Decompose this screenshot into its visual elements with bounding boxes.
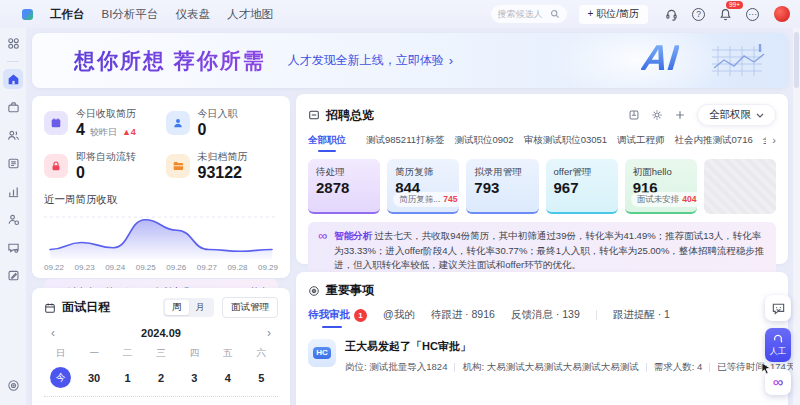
stage-hire-manage[interactable]: 拟录用管理 793: [466, 159, 538, 214]
promo-banner[interactable]: 想你所想 荐你所需 人才发现全新上线，立即体验 › AI: [32, 33, 788, 88]
trend-x-tick: 09.24: [105, 263, 125, 272]
calendar-day-headers: 日一二三四五六: [44, 347, 278, 360]
calendar-today-cell[interactable]: 今: [44, 367, 77, 388]
stat-resumes-today[interactable]: 今日收取简历 4 较昨日 ▲4: [44, 107, 166, 139]
interview-manage-button[interactable]: 面试管理: [222, 297, 278, 318]
sidebar-analytics-icon[interactable]: [3, 181, 23, 201]
banner-glow-decoration: [548, 33, 728, 88]
important-tabs: 待我审批 1 @我的 待跟进 · 8916 反馈消息 · 139 跟进提醒 · …: [308, 308, 776, 329]
stat-hired-today[interactable]: 今日入职 0: [166, 107, 279, 139]
tab-position-6[interactable]: 全部创建测试22: [763, 134, 767, 153]
feedback-chat-button[interactable]: [765, 295, 791, 321]
stat-value: 0: [198, 122, 207, 139]
service-headset-icon[interactable]: [664, 7, 679, 22]
stage-badge: 面试未安排404: [631, 192, 703, 207]
sidebar-resume-icon[interactable]: [3, 153, 23, 173]
trend-x-tick: 09.29: [258, 263, 278, 272]
tab-divider: [596, 310, 597, 320]
page-scrollbar[interactable]: [793, 28, 800, 405]
calendar-next-icon[interactable]: ›: [267, 326, 271, 340]
tab-feedback[interactable]: 反馈消息 · 139: [511, 308, 580, 329]
apps-grid-icon[interactable]: [3, 33, 23, 53]
important-title: 重要事项: [326, 282, 374, 299]
stat-unarchived[interactable]: 未归档简历 93122: [166, 150, 279, 182]
tab-my-approvals[interactable]: 待我审批 1: [308, 308, 367, 329]
stat-auto-transfer[interactable]: 即将自动流转 0: [44, 150, 166, 182]
sidebar-settings-target-icon[interactable]: [3, 375, 23, 395]
help-icon[interactable]: ?: [691, 7, 706, 22]
trend-x-tick: 09.25: [136, 263, 156, 272]
user-avatar[interactable]: [774, 6, 790, 22]
ai-assistant-button[interactable]: ∞: [765, 369, 791, 395]
banner-arrow-icon: ›: [449, 53, 453, 68]
permission-dropdown[interactable]: 全部权限: [697, 104, 776, 126]
calendar-date-cell[interactable]: 4: [211, 372, 244, 384]
calendar-date-cell[interactable]: 3: [178, 372, 211, 384]
topnav-talent-map[interactable]: 人才地图: [227, 7, 273, 22]
sidebar-message-icon[interactable]: [3, 237, 23, 257]
calendar-date-cell[interactable]: 30: [77, 372, 110, 384]
more-menu-icon[interactable]: ⋯: [745, 7, 760, 22]
tab-position-2[interactable]: 测试职位0902: [455, 134, 514, 153]
trend-x-axis: 09.2209.2309.2409.2509.2609.2709.2809.29: [44, 263, 278, 272]
search-input[interactable]: [498, 9, 550, 19]
calendar-date-cell[interactable]: 1: [111, 372, 144, 384]
sidebar-compose-icon[interactable]: [3, 265, 23, 285]
pipeline-stage-row: 待处理 2878 简历复筛 844 简历复筛...745 拟录用管理 793 o…: [308, 159, 776, 214]
topnav-bi-platform[interactable]: BI分析平台: [102, 7, 159, 22]
board-view-icon[interactable]: [628, 109, 640, 121]
scrollbar-thumb[interactable]: [794, 32, 799, 88]
notification-badge: 99+: [726, 1, 743, 10]
tab-all-positions[interactable]: 全部职位: [308, 134, 346, 153]
tab-position-3[interactable]: 审核测试职位03051: [524, 134, 607, 153]
sidebar-candidates-icon[interactable]: [3, 125, 23, 145]
banner-ai-graphic: AI: [640, 37, 680, 79]
toggle-week[interactable]: 周: [165, 300, 189, 315]
week-month-toggle: 周 月: [163, 298, 214, 317]
sidebar-divider: [7, 61, 19, 62]
tab-mentions[interactable]: @我的: [383, 308, 415, 329]
folder-icon: [166, 154, 190, 178]
dotted-divider: [44, 396, 278, 397]
tab-follow-reminder[interactable]: 跟进提醒 · 1: [613, 308, 670, 329]
approval-item-meta: 岗位: 测试批量导入1824 机构: 大易测试大易测试大易测试大易测试 需求人数…: [345, 361, 800, 374]
stage-empty-placeholder: [704, 159, 776, 214]
trend-x-tick: 09.26: [166, 263, 186, 272]
tabs-scroll-right-icon[interactable]: ›: [772, 134, 776, 146]
banner-chart-decoration: [704, 42, 770, 80]
toggle-month[interactable]: 月: [189, 300, 213, 315]
important-items-card: 重要事项 待我审批 1 @我的 待跟进 · 8916 反馈消息 · 139 跟进…: [296, 272, 788, 405]
tab-position-4[interactable]: 调试工程师: [617, 134, 665, 153]
topnav-dashboard[interactable]: 仪表盘: [175, 7, 210, 22]
candidate-search[interactable]: [491, 5, 567, 23]
search-icon: [550, 5, 560, 23]
tab-position-1[interactable]: 测试985211打标签: [366, 134, 445, 153]
approval-item[interactable]: HC 王大易发起了「HC审批」 岗位: 测试批量导入1824 机构: 大易测试大…: [308, 339, 776, 374]
interview-schedule-card: 面试日程 周 月 面试管理 ‹ 2024.09 › 日一二三四五六 今 30 1…: [32, 288, 290, 405]
tab-position-5[interactable]: 社会内推测试0716: [675, 134, 753, 153]
sidebar-home-icon[interactable]: [3, 69, 23, 89]
add-position-icon[interactable]: [674, 109, 686, 121]
banner-subtitle-link[interactable]: 人才发现全新上线，立即体验: [288, 52, 444, 69]
sidebar-talent-pool-icon[interactable]: [3, 209, 23, 229]
stage-pending[interactable]: 待处理 2878: [308, 159, 380, 214]
calendar-date-cell[interactable]: 2: [144, 372, 177, 384]
settings-gear-icon[interactable]: [651, 109, 663, 121]
delta-up: ▲4: [122, 127, 136, 137]
add-job-resume-button[interactable]: + 职位/简历: [579, 5, 648, 24]
stat-value: 0: [76, 165, 85, 182]
recruiting-overview-card: 招聘总览 全部权限 全部职位 测试: [296, 94, 788, 264]
human-support-button[interactable]: 人工: [765, 328, 791, 362]
stage-first-interview[interactable]: 初面hello 916 面试未安排404: [625, 159, 697, 214]
topnav-workbench[interactable]: 工作台: [50, 7, 85, 22]
tab-to-follow[interactable]: 待跟进 · 8916: [431, 308, 495, 329]
person-icon: [166, 111, 190, 135]
resume-trend-chart: [44, 209, 278, 259]
stage-resume-review[interactable]: 简历复筛 844 简历复筛...745: [387, 159, 459, 214]
notification-bell-icon[interactable]: 99+: [718, 7, 733, 22]
stage-offer-manage[interactable]: offer管理 967: [546, 159, 618, 214]
sidebar-briefcase-icon[interactable]: [3, 97, 23, 117]
calendar-date-cell[interactable]: 5: [245, 372, 278, 384]
approval-item-title: 王大易发起了「HC审批」: [345, 339, 800, 354]
calendar-prev-icon[interactable]: ‹: [51, 326, 55, 340]
